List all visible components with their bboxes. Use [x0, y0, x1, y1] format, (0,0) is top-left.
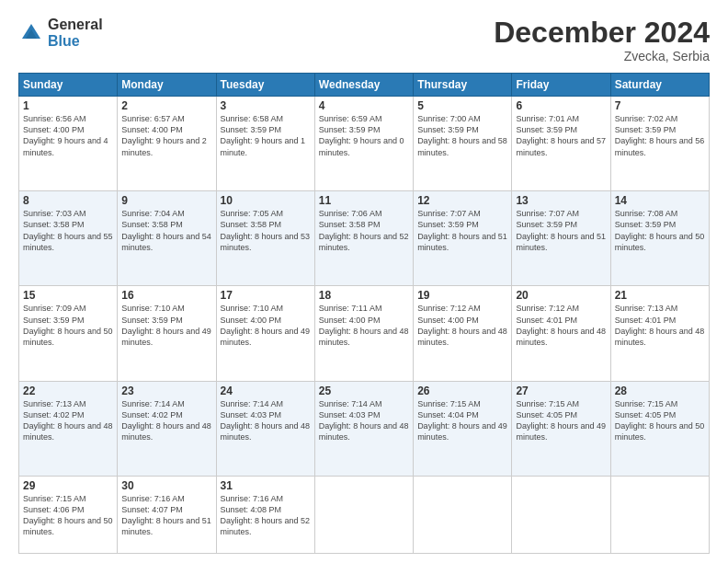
col-header-wednesday: Wednesday: [314, 74, 413, 97]
day-info: Sunrise: 7:14 AM Sunset: 4:03 PM Dayligh…: [221, 398, 311, 443]
calendar-cell: 17Sunrise: 7:10 AM Sunset: 4:00 PM Dayli…: [216, 286, 314, 381]
col-header-saturday: Saturday: [610, 74, 709, 97]
calendar-cell: 29Sunrise: 7:15 AM Sunset: 4:06 PM Dayli…: [19, 476, 118, 553]
day-info: Sunrise: 7:13 AM Sunset: 4:02 PM Dayligh…: [23, 398, 113, 443]
day-number: 21: [615, 289, 705, 302]
calendar-cell: 8Sunrise: 7:03 AM Sunset: 3:58 PM Daylig…: [19, 191, 118, 286]
calendar-table: SundayMondayTuesdayWednesdayThursdayFrid…: [18, 73, 710, 554]
day-number: 15: [23, 289, 113, 302]
day-info: Sunrise: 7:15 AM Sunset: 4:05 PM Dayligh…: [516, 398, 606, 443]
day-number: 12: [417, 194, 507, 207]
day-number: 27: [516, 385, 606, 397]
day-info: Sunrise: 7:03 AM Sunset: 3:58 PM Dayligh…: [23, 208, 113, 253]
day-info: Sunrise: 6:56 AM Sunset: 4:00 PM Dayligh…: [23, 113, 113, 158]
month-title: December 2024: [494, 17, 710, 49]
day-number: 24: [221, 385, 311, 397]
calendar-cell: 4Sunrise: 6:59 AM Sunset: 3:59 PM Daylig…: [314, 97, 413, 191]
calendar-cell: 15Sunrise: 7:09 AM Sunset: 3:59 PM Dayli…: [19, 286, 118, 381]
day-number: 5: [417, 99, 507, 112]
calendar-cell: 24Sunrise: 7:14 AM Sunset: 4:03 PM Dayli…: [216, 381, 314, 476]
day-info: Sunrise: 7:15 AM Sunset: 4:06 PM Dayligh…: [23, 493, 113, 538]
day-number: 17: [221, 289, 311, 302]
calendar-cell: 27Sunrise: 7:15 AM Sunset: 4:05 PM Dayli…: [512, 381, 610, 476]
calendar-cell: [610, 476, 709, 553]
day-info: Sunrise: 7:01 AM Sunset: 3:59 PM Dayligh…: [516, 113, 606, 158]
day-number: 30: [121, 479, 211, 492]
calendar-cell: 12Sunrise: 7:07 AM Sunset: 3:59 PM Dayli…: [414, 191, 512, 286]
day-number: 28: [615, 385, 705, 397]
day-number: 3: [221, 99, 311, 112]
day-number: 7: [615, 99, 705, 112]
day-number: 26: [417, 385, 507, 397]
logo: General Blue: [18, 17, 103, 49]
day-number: 25: [319, 385, 409, 397]
day-info: Sunrise: 7:05 AM Sunset: 3:58 PM Dayligh…: [221, 208, 311, 253]
calendar-cell: 23Sunrise: 7:14 AM Sunset: 4:02 PM Dayli…: [118, 381, 216, 476]
col-header-friday: Friday: [512, 74, 610, 97]
col-header-tuesday: Tuesday: [216, 74, 314, 97]
day-info: Sunrise: 7:10 AM Sunset: 3:59 PM Dayligh…: [121, 303, 211, 348]
day-info: Sunrise: 7:04 AM Sunset: 3:58 PM Dayligh…: [121, 208, 211, 253]
day-number: 9: [121, 194, 211, 207]
logo-general: General: [48, 17, 103, 33]
calendar-cell: 19Sunrise: 7:12 AM Sunset: 4:00 PM Dayli…: [414, 286, 512, 381]
day-number: 2: [121, 99, 211, 112]
day-info: Sunrise: 7:09 AM Sunset: 3:59 PM Dayligh…: [23, 303, 113, 348]
calendar-cell: 1Sunrise: 6:56 AM Sunset: 4:00 PM Daylig…: [19, 97, 118, 191]
day-number: 8: [23, 194, 113, 207]
calendar-cell: 7Sunrise: 7:02 AM Sunset: 3:59 PM Daylig…: [610, 97, 709, 191]
week-row-3: 15Sunrise: 7:09 AM Sunset: 3:59 PM Dayli…: [19, 286, 710, 381]
day-info: Sunrise: 7:10 AM Sunset: 4:00 PM Dayligh…: [221, 303, 311, 348]
day-number: 11: [319, 194, 409, 207]
calendar-cell: 16Sunrise: 7:10 AM Sunset: 3:59 PM Dayli…: [118, 286, 216, 381]
calendar-header-row: SundayMondayTuesdayWednesdayThursdayFrid…: [19, 74, 710, 97]
calendar-cell: 10Sunrise: 7:05 AM Sunset: 3:58 PM Dayli…: [216, 191, 314, 286]
calendar-cell: 26Sunrise: 7:15 AM Sunset: 4:04 PM Dayli…: [414, 381, 512, 476]
day-info: Sunrise: 7:16 AM Sunset: 4:07 PM Dayligh…: [121, 493, 211, 538]
calendar-cell: 22Sunrise: 7:13 AM Sunset: 4:02 PM Dayli…: [19, 381, 118, 476]
day-info: Sunrise: 6:58 AM Sunset: 3:59 PM Dayligh…: [221, 113, 311, 158]
calendar-cell: 5Sunrise: 7:00 AM Sunset: 3:59 PM Daylig…: [414, 97, 512, 191]
day-info: Sunrise: 7:07 AM Sunset: 3:59 PM Dayligh…: [417, 208, 507, 253]
calendar-cell: 20Sunrise: 7:12 AM Sunset: 4:01 PM Dayli…: [512, 286, 610, 381]
day-info: Sunrise: 7:02 AM Sunset: 3:59 PM Dayligh…: [615, 113, 705, 158]
day-info: Sunrise: 7:12 AM Sunset: 4:00 PM Dayligh…: [417, 303, 507, 348]
day-number: 18: [319, 289, 409, 302]
calendar-cell: 13Sunrise: 7:07 AM Sunset: 3:59 PM Dayli…: [512, 191, 610, 286]
week-row-4: 22Sunrise: 7:13 AM Sunset: 4:02 PM Dayli…: [19, 381, 710, 476]
calendar-cell: [512, 476, 610, 553]
page: General Blue December 2024 Zvecka, Serbi…: [0, 0, 728, 563]
calendar-cell: 11Sunrise: 7:06 AM Sunset: 3:58 PM Dayli…: [314, 191, 413, 286]
title-block: December 2024 Zvecka, Serbia: [494, 17, 710, 63]
calendar-cell: [414, 476, 512, 553]
day-number: 4: [319, 99, 409, 112]
day-info: Sunrise: 7:14 AM Sunset: 4:03 PM Dayligh…: [319, 398, 409, 443]
logo-blue: Blue: [48, 33, 103, 50]
day-info: Sunrise: 7:08 AM Sunset: 3:59 PM Dayligh…: [615, 208, 705, 253]
day-number: 13: [516, 194, 606, 207]
day-info: Sunrise: 7:15 AM Sunset: 4:04 PM Dayligh…: [417, 398, 507, 443]
calendar-cell: 25Sunrise: 7:14 AM Sunset: 4:03 PM Dayli…: [314, 381, 413, 476]
calendar-cell: 14Sunrise: 7:08 AM Sunset: 3:59 PM Dayli…: [610, 191, 709, 286]
day-number: 29: [23, 479, 113, 492]
location-subtitle: Zvecka, Serbia: [494, 49, 710, 63]
calendar-cell: [314, 476, 413, 553]
day-number: 16: [121, 289, 211, 302]
col-header-sunday: Sunday: [19, 74, 118, 97]
col-header-monday: Monday: [118, 74, 216, 97]
day-number: 20: [516, 289, 606, 302]
day-number: 10: [221, 194, 311, 207]
calendar-cell: 28Sunrise: 7:15 AM Sunset: 4:05 PM Dayli…: [610, 381, 709, 476]
day-number: 31: [221, 479, 311, 492]
day-info: Sunrise: 6:59 AM Sunset: 3:59 PM Dayligh…: [319, 113, 409, 158]
calendar-cell: 30Sunrise: 7:16 AM Sunset: 4:07 PM Dayli…: [118, 476, 216, 553]
day-number: 19: [417, 289, 507, 302]
week-row-5: 29Sunrise: 7:15 AM Sunset: 4:06 PM Dayli…: [19, 476, 710, 553]
day-info: Sunrise: 7:12 AM Sunset: 4:01 PM Dayligh…: [516, 303, 606, 348]
day-info: Sunrise: 7:00 AM Sunset: 3:59 PM Dayligh…: [417, 113, 507, 158]
day-number: 22: [23, 385, 113, 397]
day-number: 1: [23, 99, 113, 112]
day-number: 23: [121, 385, 211, 397]
week-row-2: 8Sunrise: 7:03 AM Sunset: 3:58 PM Daylig…: [19, 191, 710, 286]
calendar-cell: 3Sunrise: 6:58 AM Sunset: 3:59 PM Daylig…: [216, 97, 314, 191]
